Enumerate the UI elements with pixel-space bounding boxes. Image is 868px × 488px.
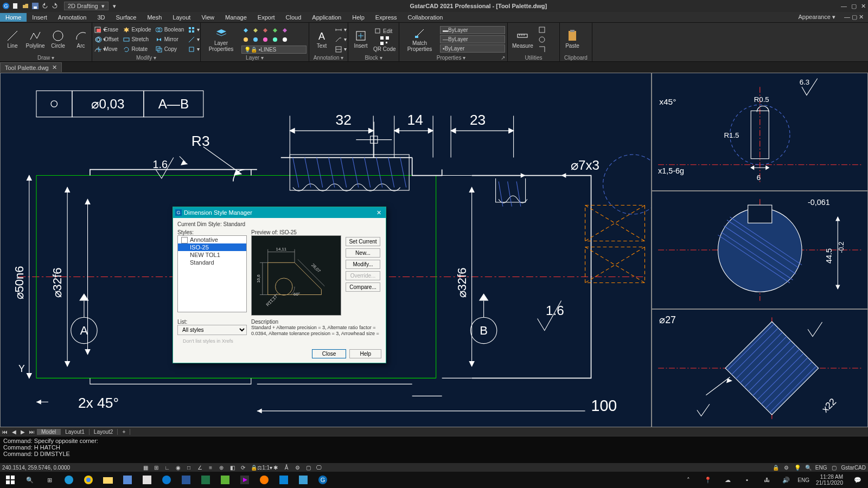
monitor-icon[interactable]: 🖵 xyxy=(315,464,323,471)
dyn-input-icon[interactable]: ⊕ xyxy=(218,464,225,471)
layout-nav-next-icon[interactable]: ▶ xyxy=(18,429,27,435)
tab-3d[interactable]: 3D xyxy=(92,13,110,22)
selection-cycling-icon[interactable]: ⟳ xyxy=(239,464,247,471)
dialog-titlebar[interactable]: G Dimension Style Manager ✕ xyxy=(173,207,386,218)
close-icon[interactable]: ✕ xyxy=(861,3,866,10)
tray-network-icon[interactable]: 🖧 xyxy=(758,472,775,487)
new-icon[interactable] xyxy=(12,2,20,10)
table-button[interactable]: ▾ xyxy=(334,45,348,54)
media-icon[interactable] xyxy=(237,472,253,487)
lineweight-combo[interactable]: — ByLayer xyxy=(440,35,505,43)
ribbon-min-icon[interactable]: — ▢ ✕ xyxy=(840,14,868,21)
mirror-button[interactable]: Mirror xyxy=(155,35,186,44)
dialog-close-icon[interactable]: ✕ xyxy=(374,208,384,217)
workspace-status-icon[interactable]: ⚙ xyxy=(293,464,301,471)
move-button[interactable]: Move xyxy=(94,45,120,54)
max-icon[interactable]: ▢ xyxy=(830,464,838,471)
viewport-mr[interactable]: -0,061 44.5 -0.2 xyxy=(652,191,869,309)
tab-insert[interactable]: Insert xyxy=(27,13,53,22)
gear-icon[interactable]: ⚙ xyxy=(783,464,790,471)
chrome-icon[interactable] xyxy=(80,472,97,487)
set-current-button[interactable]: Set Current xyxy=(346,237,380,246)
tray-clock[interactable]: 11:28 AM 21/11/2020 xyxy=(813,474,846,486)
tab-help[interactable]: Help xyxy=(347,13,370,22)
minimize-icon[interactable]: — xyxy=(841,3,847,10)
tab-cloud[interactable]: Cloud xyxy=(280,13,307,22)
snip-icon[interactable] xyxy=(295,472,311,487)
style-item-annotative[interactable]: Annotative xyxy=(178,236,246,243)
annoscale-icon[interactable]: 🔒 xyxy=(250,464,258,471)
word-icon[interactable] xyxy=(178,472,194,487)
layer-tool-1[interactable] xyxy=(241,35,250,44)
tab-view[interactable]: View xyxy=(196,13,220,22)
search-taskbar-icon[interactable]: 🔍 xyxy=(22,472,38,487)
search-icon[interactable]: 🔍 xyxy=(805,464,812,471)
tray-chevron-icon[interactable]: ˄ xyxy=(680,472,697,487)
edge-icon[interactable] xyxy=(61,472,77,487)
rotate-button[interactable]: Rotate xyxy=(122,45,152,54)
style-item-new-tol1[interactable]: NEW TOL1 xyxy=(178,251,246,259)
layout-tab-2[interactable]: Layout2 xyxy=(90,429,118,435)
lineweight-icon[interactable]: ≡ xyxy=(207,464,214,471)
tab-export[interactable]: Export xyxy=(252,13,280,22)
block-edit-button[interactable]: Edit xyxy=(373,27,396,35)
app-icon-2[interactable] xyxy=(139,472,155,487)
modify-style-button[interactable]: Modify... xyxy=(346,260,380,269)
layout-nav-last-icon[interactable]: ⏭ xyxy=(27,429,37,435)
tab-manage[interactable]: Manage xyxy=(220,13,252,22)
layer-toggle-1[interactable] xyxy=(241,25,250,34)
explode-button[interactable]: Explode xyxy=(122,25,152,34)
layer-toggle-5[interactable] xyxy=(280,25,289,34)
leader-button[interactable]: ▾ xyxy=(334,35,348,44)
tab-express[interactable]: Express xyxy=(370,13,403,22)
doc-tab-close-icon[interactable]: ✕ xyxy=(52,64,57,71)
excel-icon[interactable] xyxy=(197,472,214,487)
tab-collaboration[interactable]: Collaboration xyxy=(403,13,449,22)
erase-button[interactable]: Erase xyxy=(94,25,120,34)
tab-mesh[interactable]: Mesh xyxy=(142,13,167,22)
workspace-selector[interactable]: 2D Drafting ▾ xyxy=(64,2,108,10)
otrack-icon[interactable]: ∠ xyxy=(196,464,203,471)
tray-app-icon[interactable]: ▪ xyxy=(739,472,755,487)
offset-button[interactable]: Offset xyxy=(94,35,120,44)
paste-button[interactable]: Paste xyxy=(562,29,583,50)
layer-tool-4[interactable] xyxy=(271,35,279,44)
modify-extra-2[interactable]: ▾ xyxy=(187,35,201,44)
model-viewport[interactable]: ○ ⌀0,03 A—B 32 14 23 R3 1.6 ⌀7x3 xyxy=(0,73,652,427)
open-icon[interactable] xyxy=(22,2,29,10)
util-1[interactable] xyxy=(538,25,546,34)
layer-toggle-2[interactable] xyxy=(251,25,260,34)
qr-code-button[interactable]: QR Code xyxy=(373,36,396,52)
tab-surface[interactable]: Surface xyxy=(111,13,142,22)
copy-button[interactable]: Copy xyxy=(155,45,186,54)
util-3[interactable] xyxy=(538,45,546,54)
layer-toggle-3[interactable] xyxy=(261,25,270,34)
maximize-icon[interactable]: ▢ xyxy=(851,3,857,10)
style-item-iso-25[interactable]: ISO-25 xyxy=(178,243,246,251)
snap-grid-icon[interactable]: ▦ xyxy=(142,464,149,471)
redo-icon[interactable] xyxy=(51,2,59,10)
help-button[interactable]: Help xyxy=(349,349,381,358)
layer-tool-3[interactable] xyxy=(261,35,270,44)
new-style-button[interactable]: New... xyxy=(346,248,380,258)
layer-combo[interactable]: 💡🔒 ▪ LINES xyxy=(241,46,307,54)
layer-properties-button[interactable]: Layer Properties xyxy=(203,26,239,53)
boolean-button[interactable]: Boolean xyxy=(155,25,186,34)
tray-loc-icon[interactable]: 📍 xyxy=(700,472,716,487)
snap-mode-icon[interactable]: ⊞ xyxy=(152,464,160,471)
close-button[interactable]: Close xyxy=(312,349,347,358)
polyline-button[interactable]: Polyline xyxy=(25,29,46,50)
transparency-icon[interactable]: ◧ xyxy=(228,464,236,471)
styles-listbox[interactable]: Annotative ISO-25 NEW TOL1 Standard xyxy=(177,235,247,312)
osnap-icon[interactable]: □ xyxy=(185,464,193,471)
drawing-area[interactable]: ○ ⌀0,03 A—B 32 14 23 R3 1.6 ⌀7x3 xyxy=(0,73,868,427)
dim-linear-button[interactable]: ▾ xyxy=(334,25,348,34)
insert-button[interactable]: Insert xyxy=(350,29,371,50)
layer-tool-5[interactable] xyxy=(280,35,289,44)
circle-button[interactable]: Circle xyxy=(48,29,68,50)
undo-icon[interactable] xyxy=(41,2,49,10)
doc-tab[interactable]: Tool Palette.dwg ✕ xyxy=(0,62,62,72)
layer-tool-2[interactable] xyxy=(251,35,260,44)
layout-nav-prev-icon[interactable]: ◀ xyxy=(10,429,18,435)
tab-layout[interactable]: Layout xyxy=(167,13,196,22)
